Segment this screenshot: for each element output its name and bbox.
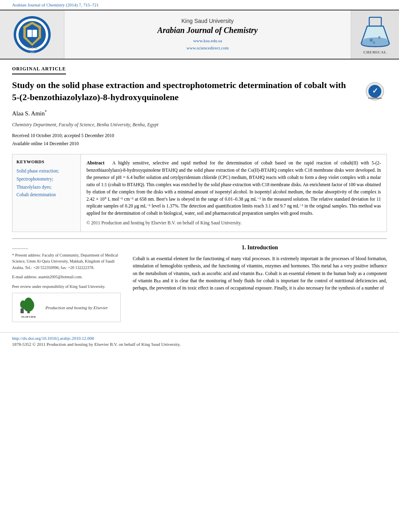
crossmark-icon: ✓ CrossMark [365,81,385,101]
available-date: Available online 14 December 2010 [12,140,387,148]
chemical-logo-area: CHEMICAL [351,10,399,59]
section-divider [12,238,387,239]
svg-text:✓: ✓ [372,87,378,95]
footnote-email: E-mail address: asamin2005@hotmail.com. [12,274,121,280]
keyword-4: Cobalt determination [16,191,76,199]
svg-point-11 [378,36,380,39]
svg-rect-21 [22,308,24,313]
article-dates: Received 10 October 2010; accepted 5 Dec… [12,132,387,148]
svg-point-22 [20,300,26,308]
page-footer: http://dx.doi.org/10.1016/j.arabjc.2010.… [0,332,399,350]
journal-header: ★ ★ ★ 1957 King Saud University Arabian … [0,10,399,60]
footer-doi[interactable]: http://dx.doi.org/10.1016/j.arabjc.2010.… [12,336,387,341]
journal-citation: Arabian Journal of Chemistry (2014) 7, 7… [12,2,99,7]
abstract-column: Abstract A highly sensitive, selective a… [81,154,387,231]
url1[interactable]: www.ksu.edu.sa [187,37,229,45]
affiliation: Chemistry Department, Faculty of Science… [12,122,387,128]
ksu-logo-area: ★ ★ ★ 1957 [0,10,64,59]
keywords-title: KEYWORDS [16,159,76,164]
header-urls: www.ksu.edu.sa www.sciencedirect.com [187,37,229,51]
right-column: 1. Introduction Cobalt is an essential e… [129,244,387,322]
svg-point-10 [370,39,373,42]
main-content: ORIGINAL ARTICLE Study on the solid phas… [0,60,399,328]
keyword-2: Spectrophotometry; [16,175,76,183]
keywords-list: Solid phase extraction; Spectrophotometr… [16,167,76,199]
introduction-heading: 1. Introduction [133,244,387,251]
header-center: King Saud University Arabian Journal of … [64,10,351,59]
journal-title: Arabian Journal of Chemistry [157,26,258,35]
section-label: ORIGINAL ARTICLE [12,66,66,74]
ksu-crest-icon: ★ ★ ★ 1957 [12,14,52,55]
author-name: Alaa S. Amin* [12,109,387,117]
footnote-separator [12,249,28,249]
footer-issn: 1878-5352 © 2011 Production and hosting … [12,342,387,347]
elsevier-tree-icon [19,296,39,314]
elsevier-text: Production and hosting by Elsevier [45,305,108,310]
article-title-container: Study on the solid phase extraction and … [12,79,387,103]
url2[interactable]: www.sciencedirect.com [187,45,229,52]
svg-point-12 [373,41,375,43]
bottom-section: * Present address: Faculty of Community,… [12,244,387,322]
university-name: King Saud University [181,18,234,24]
received-date: Received 10 October 2010; accepted 5 Dec… [12,132,387,140]
abstract-section: KEYWORDS Solid phase extraction; Spectro… [12,154,387,232]
elsevier-logo: ELSEVIER [16,296,41,318]
keyword-1: Solid phase extraction; [16,167,76,175]
keyword-3: Thiazolylazo dyes; [16,183,76,191]
svg-point-20 [25,298,33,307]
svg-text:CrossMark: CrossMark [368,97,382,100]
chemical-label: CHEMICAL [363,50,387,54]
article-title-text: Study on the solid phase extraction and … [12,80,346,102]
left-column: * Present address: Faculty of Community,… [12,244,129,322]
svg-rect-9 [369,17,381,26]
chemical-flask-icon [357,15,393,49]
abstract-label: Abstract [86,160,105,166]
copyright-line: © 2011 Production and hosting by Elsevie… [86,220,381,227]
footnote-peer-review: Peer review under responsibility of King… [12,283,121,290]
elsevier-box: ELSEVIER Production and hosting by Elsev… [12,293,121,322]
keywords-column: KEYWORDS Solid phase extraction; Spectro… [12,154,81,231]
introduction-text: Cobalt is an essential element for the f… [133,255,387,292]
abstract-text: Abstract A highly sensitive, selective a… [86,159,381,217]
svg-text:1957: 1957 [30,51,35,53]
svg-text:★ ★ ★: ★ ★ ★ [27,46,37,50]
citation-bar: Arabian Journal of Chemistry (2014) 7, 7… [0,0,399,10]
footnote-star: * Present address: Faculty of Community,… [12,252,121,271]
abstract-body: A highly sensitive, selective and rapid … [86,160,381,216]
crossmark-badge[interactable]: ✓ CrossMark [363,79,387,103]
